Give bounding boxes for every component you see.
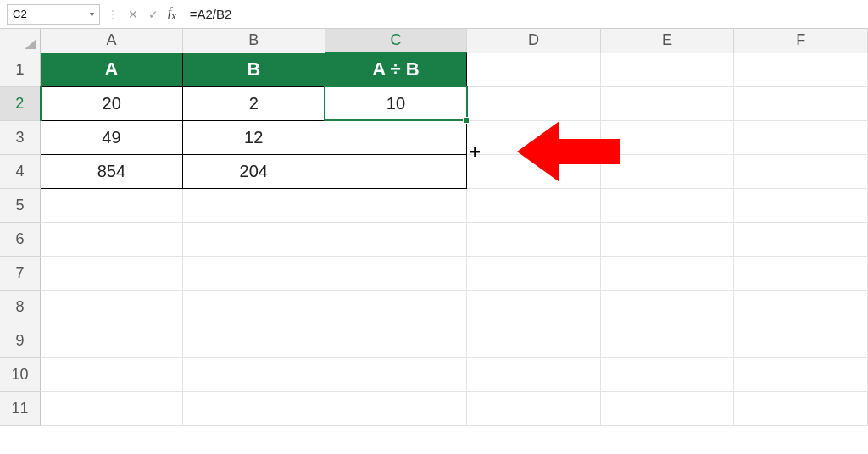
fx-icon[interactable]: fx	[166, 5, 180, 23]
cell-A9[interactable]	[41, 324, 183, 357]
cell-D1[interactable]	[467, 53, 601, 86]
row-header-4[interactable]: 4	[0, 154, 41, 188]
row-header-10[interactable]: 10	[0, 357, 41, 391]
cell-A4[interactable]: 854	[41, 154, 183, 188]
cell-B3[interactable]: 12	[182, 120, 325, 154]
row-header-7[interactable]: 7	[0, 256, 41, 290]
cell-B4[interactable]: 204	[182, 154, 325, 188]
cell-B2[interactable]: 2	[182, 86, 325, 120]
cell-D5[interactable]	[467, 188, 601, 222]
cell-F6[interactable]	[734, 222, 868, 256]
cell-B6[interactable]	[182, 222, 325, 256]
cell-E3[interactable]	[600, 120, 734, 154]
cell-A11[interactable]	[41, 391, 183, 425]
formula-bar: C2 ▾ ⋮ ✕ ✓ fx	[0, 0, 868, 29]
cell-F9[interactable]	[734, 324, 868, 357]
cell-C3[interactable]	[325, 120, 467, 154]
cell-C11[interactable]	[325, 391, 467, 425]
row-header-11[interactable]: 11	[0, 391, 41, 425]
cell-D11[interactable]	[467, 391, 601, 425]
cell-B9[interactable]	[182, 324, 325, 357]
cell-C5[interactable]	[325, 188, 467, 222]
cell-E9[interactable]	[600, 324, 734, 357]
cell-D2[interactable]	[467, 86, 601, 120]
cell-C7[interactable]	[325, 256, 467, 290]
col-header-E[interactable]: E	[600, 29, 734, 53]
name-box-value: C2	[13, 8, 27, 20]
cell-C6[interactable]	[325, 222, 467, 256]
cell-B7[interactable]	[182, 256, 325, 290]
sheet-table: A B C D E F 1 A B A ÷ B 2 20 2 10 3 49 1…	[0, 29, 868, 426]
cell-F10[interactable]	[734, 357, 868, 391]
chevron-down-icon[interactable]: ▾	[90, 9, 94, 19]
cell-B11[interactable]	[182, 391, 325, 425]
col-header-B[interactable]: B	[182, 29, 325, 53]
cell-C2-value: 10	[387, 94, 405, 113]
row-header-5[interactable]: 5	[0, 188, 41, 222]
cell-C8[interactable]	[325, 290, 467, 324]
cell-C9[interactable]	[325, 324, 467, 357]
cell-A6[interactable]	[41, 222, 183, 256]
cell-A3[interactable]: 49	[41, 120, 183, 154]
cell-F3[interactable]	[734, 120, 868, 154]
cell-E5[interactable]	[600, 188, 734, 222]
row-header-3[interactable]: 3	[0, 120, 41, 154]
cell-E11[interactable]	[600, 391, 734, 425]
cell-F7[interactable]	[734, 256, 868, 290]
cell-E2[interactable]	[600, 86, 734, 120]
row-header-6[interactable]: 6	[0, 222, 41, 256]
cell-A7[interactable]	[41, 256, 183, 290]
cell-F11[interactable]	[734, 391, 868, 425]
cell-A5[interactable]	[41, 188, 183, 222]
cell-B8[interactable]	[182, 290, 325, 324]
cell-D6[interactable]	[467, 222, 601, 256]
cell-C2[interactable]: 10	[325, 86, 467, 120]
cell-F8[interactable]	[734, 290, 868, 324]
col-header-F[interactable]: F	[734, 29, 868, 53]
cell-A8[interactable]	[41, 290, 183, 324]
cell-B5[interactable]	[182, 188, 325, 222]
cell-B10[interactable]	[182, 357, 325, 391]
cell-B1[interactable]: B	[182, 53, 325, 86]
separator: ⋮	[105, 8, 120, 21]
cell-E8[interactable]	[600, 290, 734, 324]
cell-D3[interactable]	[467, 120, 601, 154]
cell-C10[interactable]	[325, 357, 467, 391]
cell-A10[interactable]	[41, 357, 183, 391]
cancel-formula-icon[interactable]: ✕	[125, 8, 141, 21]
cell-D7[interactable]	[467, 256, 601, 290]
cell-E1[interactable]	[600, 53, 734, 86]
cell-F5[interactable]	[734, 188, 868, 222]
cell-E6[interactable]	[600, 222, 734, 256]
accept-formula-icon[interactable]: ✓	[146, 8, 161, 21]
cell-C1[interactable]: A ÷ B	[325, 53, 467, 86]
cell-D4[interactable]	[467, 154, 601, 188]
cell-E7[interactable]	[600, 256, 734, 290]
formula-input[interactable]	[185, 5, 861, 23]
spreadsheet-grid: A B C D E F 1 A B A ÷ B 2 20 2 10 3 49 1…	[0, 29, 868, 426]
cell-D10[interactable]	[467, 357, 601, 391]
row-header-1[interactable]: 1	[0, 53, 41, 86]
row-header-9[interactable]: 9	[0, 324, 41, 357]
fill-handle[interactable]	[463, 117, 470, 124]
cell-F4[interactable]	[734, 154, 868, 188]
cell-A1[interactable]: A	[41, 53, 183, 86]
row-header-2[interactable]: 2	[0, 86, 41, 120]
cell-D8[interactable]	[467, 290, 601, 324]
cell-F1[interactable]	[734, 53, 868, 86]
cell-D9[interactable]	[467, 324, 601, 357]
col-header-D[interactable]: D	[467, 29, 601, 53]
name-box[interactable]: C2 ▾	[7, 4, 100, 25]
select-all-corner[interactable]	[0, 29, 41, 53]
row-header-8[interactable]: 8	[0, 290, 41, 324]
col-header-A[interactable]: A	[41, 29, 183, 53]
cell-E10[interactable]	[600, 357, 734, 391]
col-header-C[interactable]: C	[325, 29, 467, 53]
cell-A2[interactable]: 20	[41, 86, 183, 120]
cell-C4[interactable]	[325, 154, 467, 188]
cell-F2[interactable]	[734, 86, 868, 120]
cell-E4[interactable]	[600, 154, 734, 188]
